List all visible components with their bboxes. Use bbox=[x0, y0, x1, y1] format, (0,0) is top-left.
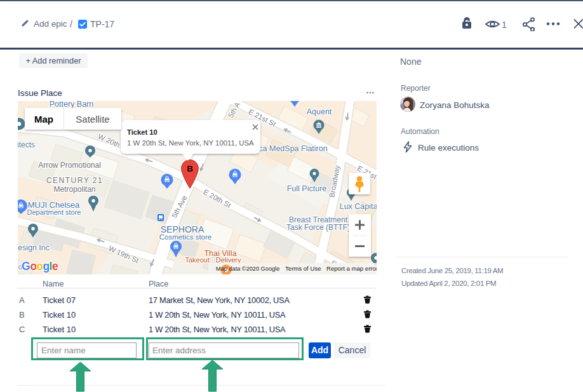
svg-text:1: 1 bbox=[502, 20, 507, 30]
svg-text:Map data ©2020 Google: Map data ©2020 Google bbox=[216, 266, 279, 272]
svg-text:CENTURY 21: CENTURY 21 bbox=[46, 176, 103, 185]
svg-text:Metropolitan: Metropolitan bbox=[53, 185, 95, 194]
svg-text:B: B bbox=[187, 164, 193, 173]
svg-text:Terms of Use: Terms of Use bbox=[285, 265, 321, 272]
svg-text:Task Force (BTTF): Task Force (BTTF) bbox=[286, 223, 350, 232]
svg-text:Cosmetics store: Cosmetics store bbox=[159, 233, 211, 241]
svg-text:ca MedSpa Flatiron: ca MedSpa Flatiron bbox=[258, 144, 327, 153]
svg-text:Department store: Department store bbox=[27, 208, 81, 216]
svg-text:e: e bbox=[52, 260, 58, 273]
svg-text:Full Picture: Full Picture bbox=[287, 184, 327, 193]
svg-text:G: G bbox=[22, 260, 30, 273]
svg-text:Satellite: Satellite bbox=[76, 114, 109, 125]
svg-text:Lux Capital: Lux Capital bbox=[340, 202, 377, 211]
svg-text:Ticket 10: Ticket 10 bbox=[127, 128, 157, 136]
svg-text:Arrow Promotional: Arrow Promotional bbox=[38, 161, 101, 170]
svg-text:Takeout · Delivery: Takeout · Delivery bbox=[185, 256, 241, 264]
svg-text:esign Inc: esign Inc bbox=[18, 243, 50, 252]
svg-text:Pottery Barn: Pottery Barn bbox=[50, 101, 94, 109]
svg-text:Map: Map bbox=[34, 114, 53, 125]
svg-text:1 W 20th St, New York, NY 1001: 1 W 20th St, New York, NY 10011, USA bbox=[127, 139, 254, 147]
svg-text:Report a map error: Report a map error bbox=[326, 265, 377, 272]
svg-text:Aquent: Aquent bbox=[307, 107, 332, 116]
svg-text:itects: itects bbox=[18, 140, 35, 149]
